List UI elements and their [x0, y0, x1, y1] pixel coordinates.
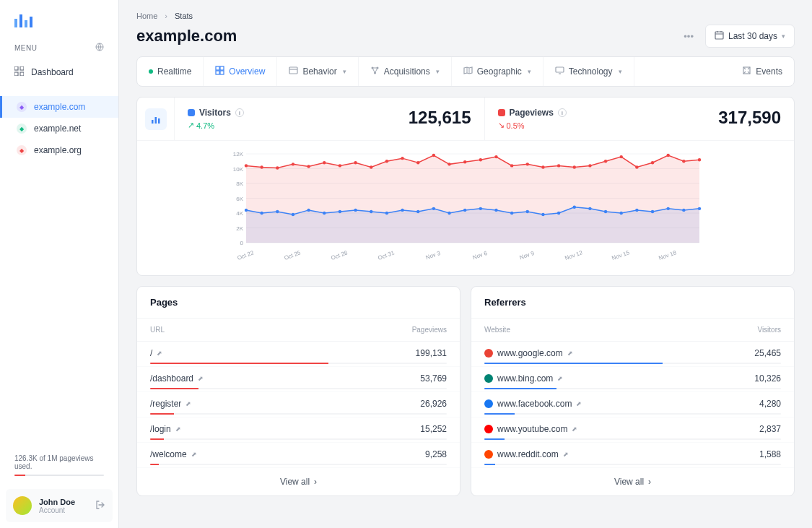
table-row[interactable]: /welcome⬈ 9,258 [137, 443, 460, 468]
tab-technology[interactable]: Technology▾ [543, 57, 634, 86]
svg-point-56 [541, 165, 544, 168]
row-value: 4,280 [759, 399, 781, 409]
tab-behavior[interactable]: Behavior▾ [277, 57, 358, 86]
svg-point-83 [494, 209, 497, 212]
svg-point-82 [479, 207, 482, 210]
table-row[interactable]: www.bing.com⬈ 10,326 [471, 367, 794, 392]
chart-card: Visitors i ↗ 4.7% 125,615 P [136, 97, 795, 276]
table-row[interactable]: /⬈ 199,131 [137, 342, 460, 367]
breadcrumb-home[interactable]: Home [136, 12, 157, 20]
external-link-icon[interactable]: ⬈ [557, 375, 563, 382]
svg-text:Oct 25: Oct 25 [283, 249, 302, 261]
favicon [484, 425, 493, 433]
col-url: URL [150, 326, 165, 334]
more-button[interactable]: ••• [679, 27, 698, 46]
exit-icon[interactable] [95, 500, 105, 512]
chevron-down-icon: ▾ [436, 68, 440, 75]
date-range-picker[interactable]: Last 30 days ▾ [705, 25, 795, 48]
favicon [484, 374, 493, 383]
external-link-icon[interactable]: ⬈ [157, 350, 162, 357]
site-label: example.net [34, 124, 81, 134]
table-row[interactable]: www.youtube.com⬈ 2,837 [471, 417, 794, 443]
favicon [484, 450, 493, 459]
svg-text:8K: 8K [236, 181, 243, 187]
table-row[interactable]: www.google.com⬈ 25,465 [471, 342, 794, 367]
svg-point-69 [276, 210, 279, 213]
svg-point-74 [354, 209, 357, 212]
metric-pageviews[interactable]: Pageviews i ↘ 0.5% 317,590 [485, 98, 795, 140]
svg-point-79 [432, 207, 435, 210]
svg-point-89 [588, 207, 591, 210]
row-value: 199,131 [416, 348, 447, 358]
svg-rect-11 [220, 66, 224, 70]
row-name: /login [150, 424, 171, 434]
sidebar: MENU Dashboard ◆example.com◆example.net◆… [0, 0, 119, 528]
external-link-icon[interactable]: ⬈ [191, 451, 197, 458]
svg-rect-2 [25, 20, 27, 27]
chart-mode [137, 98, 175, 140]
svg-point-65 [682, 160, 685, 163]
external-link-icon[interactable]: ⬈ [175, 425, 181, 433]
svg-point-73 [339, 210, 341, 213]
svg-point-55 [526, 163, 529, 165]
sidebar-site-example-net[interactable]: ◆example.net [0, 118, 118, 139]
table-row[interactable]: www.facebook.com⬈ 4,280 [471, 392, 794, 417]
external-link-icon[interactable]: ⬈ [572, 425, 577, 433]
sidebar-site-example-org[interactable]: ◆example.org [0, 139, 118, 161]
tab-geographic[interactable]: Geographic▾ [452, 57, 543, 86]
breadcrumb-current: Stats [175, 12, 193, 20]
svg-point-46 [385, 160, 388, 163]
svg-point-44 [354, 161, 357, 164]
svg-text:4K: 4K [236, 210, 243, 217]
external-link-icon[interactable]: ⬈ [563, 451, 569, 458]
globe-icon[interactable] [95, 43, 104, 53]
row-bar [150, 464, 447, 465]
col-website: Website [484, 326, 510, 334]
svg-point-42 [323, 161, 326, 164]
chevron-down-icon: ▾ [528, 68, 531, 75]
svg-point-87 [557, 212, 560, 215]
external-link-icon[interactable]: ⬈ [567, 350, 573, 357]
external-link-icon[interactable]: ⬈ [576, 400, 582, 407]
svg-text:0: 0 [240, 240, 244, 246]
chart-type-button[interactable] [145, 108, 167, 130]
view-all-referrers[interactable]: View all › [471, 468, 794, 495]
table-row[interactable]: /login⬈ 15,252 [137, 417, 460, 443]
row-bar [150, 363, 447, 364]
table-title: Pages [137, 287, 460, 319]
svg-point-88 [573, 206, 576, 209]
svg-point-41 [307, 165, 310, 168]
svg-rect-22 [158, 118, 160, 124]
avatar [13, 496, 32, 515]
tab-label: Events [756, 66, 782, 77]
metric-visitors[interactable]: Visitors i ↗ 4.7% 125,615 [175, 98, 485, 140]
table-row[interactable]: /register⬈ 26,926 [137, 392, 460, 417]
row-name: /dashboard [150, 373, 193, 384]
view-all-pages[interactable]: View all › [137, 468, 460, 495]
svg-point-72 [323, 212, 326, 215]
info-icon[interactable]: i [558, 108, 567, 117]
table-row[interactable]: www.reddit.com⬈ 1,588 [471, 443, 794, 468]
sidebar-site-example-com[interactable]: ◆example.com [0, 96, 118, 118]
trend-down-icon: ↘ [498, 121, 505, 130]
svg-point-75 [370, 210, 372, 213]
account-card[interactable]: John Doe Account [6, 489, 113, 522]
row-value: 2,837 [759, 424, 781, 434]
svg-point-59 [588, 164, 591, 167]
external-link-icon[interactable]: ⬈ [185, 400, 191, 407]
info-icon[interactable]: i [235, 108, 244, 117]
technology-icon [555, 66, 564, 77]
sidebar-item-dashboard[interactable]: Dashboard [0, 60, 118, 85]
chevron-right-icon: › [648, 477, 651, 487]
svg-point-64 [666, 154, 669, 157]
row-bar [484, 388, 781, 389]
tab-acquisitions[interactable]: Acquisitions▾ [359, 57, 452, 86]
tab-events[interactable]: Events [730, 57, 794, 86]
svg-point-93 [651, 210, 654, 213]
tab-realtime[interactable]: Realtime [137, 57, 204, 86]
svg-point-70 [292, 213, 294, 216]
table-row[interactable]: /dashboard⬈ 53,769 [137, 367, 460, 392]
tab-overview[interactable]: Overview [204, 57, 277, 86]
svg-point-86 [541, 213, 544, 216]
external-link-icon[interactable]: ⬈ [198, 375, 204, 382]
